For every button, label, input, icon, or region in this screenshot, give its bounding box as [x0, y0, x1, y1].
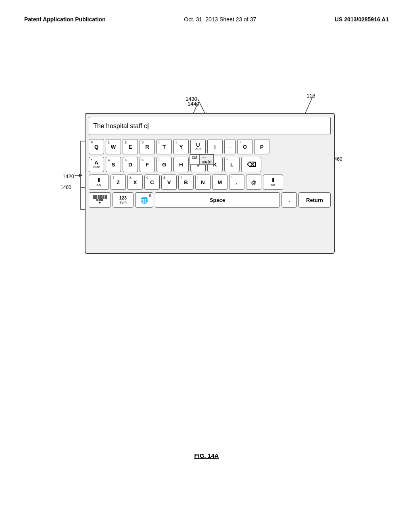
key-at[interactable]: @ — [246, 175, 261, 190]
key-a[interactable]: * A care — [89, 157, 104, 172]
key-q[interactable]: # Q — [89, 139, 104, 154]
key-r[interactable]: 3 R — [140, 139, 155, 154]
key-e[interactable]: 2 E — [123, 139, 138, 154]
label-118: 118 — [307, 93, 315, 99]
key-b[interactable]: ? B — [178, 175, 194, 190]
dropdown-cut[interactable]: cut — [190, 154, 199, 165]
key-shift-right[interactable]: ⬆ aA — [263, 175, 283, 190]
diagram-container: 118 1430 1440 1420 1450 1460 1460 The ho… — [73, 89, 343, 258]
keyboard-row-3: ⬆ aA 7 Z 8 X 9 C $ V — [89, 175, 331, 190]
key-shift-left[interactable]: ⬆ aA — [89, 175, 109, 190]
key-c[interactable]: 9 C — [144, 175, 160, 190]
label-1420: 1420 — [63, 173, 74, 179]
dropdown-could[interactable]: —could — [199, 154, 214, 165]
key-l[interactable]: " L — [224, 157, 240, 172]
header-center: Oct. 31, 2013 Sheet 23 of 37 — [184, 16, 256, 23]
fig-caption: FIG. 14A — [194, 452, 219, 459]
key-comma[interactable]: ' , — [229, 175, 244, 190]
key-backspace[interactable]: ⌫ — [241, 157, 261, 172]
key-f[interactable]: 6 F — [140, 157, 155, 172]
key-grid[interactable]: ▼ — [89, 192, 111, 208]
header-left: Patent Application Publication — [24, 16, 106, 23]
key-minus[interactable]: — — [224, 139, 236, 154]
key-v[interactable]: $ V — [161, 175, 177, 190]
key-u[interactable]: U cut — [190, 139, 206, 154]
key-emoji[interactable]: 🌐 0 — [135, 192, 153, 208]
key-space[interactable]: Space — [155, 192, 280, 208]
key-s[interactable]: 4 S — [106, 157, 121, 172]
key-u-wrapper: U cut cut —could — [190, 139, 206, 154]
page-header: Patent Application Publication Oct. 31, … — [24, 16, 389, 23]
text-input-content: The hospital staff c — [93, 123, 147, 130]
key-y[interactable]: ) Y — [173, 139, 189, 154]
key-x[interactable]: 8 X — [127, 175, 143, 190]
key-n[interactable]: ! N — [195, 175, 211, 190]
label-1460b: 1460 — [60, 185, 71, 190]
keyboard-row-4: ▼ 123 sym 🌐 0 Space . Return — [89, 192, 331, 208]
header-right: US 2013/0285916 A1 — [335, 16, 389, 23]
key-z[interactable]: 7 Z — [111, 175, 126, 190]
label-1440: 1440 — [188, 101, 199, 107]
key-m[interactable]: = M — [212, 175, 227, 190]
fig-label: FIG. 14A — [194, 452, 219, 459]
key-period[interactable]: . — [282, 192, 297, 208]
text-input-field[interactable]: The hospital staff c — [89, 117, 331, 135]
key-t[interactable]: ( T — [156, 139, 172, 154]
key-i[interactable]: I — [207, 139, 223, 154]
keyboard-row-1: # Q 1 W 2 E 3 R ( T — [89, 139, 331, 154]
key-u-dropdown: cut —could — [190, 154, 214, 165]
keyboard-rows: # Q 1 W 2 E 3 R ( T — [89, 139, 331, 208]
key-123sym[interactable]: 123 sym — [113, 192, 133, 208]
key-w[interactable]: 1 W — [106, 139, 121, 154]
key-d[interactable]: 5 D — [123, 157, 138, 172]
key-p[interactable]: P — [254, 139, 269, 154]
keyboard-container: The hospital staff c # Q 1 W 2 E 3 — [85, 113, 335, 254]
key-o[interactable]: + O — [237, 139, 252, 154]
text-cursor — [148, 123, 148, 129]
key-g[interactable]: / G — [156, 157, 172, 172]
key-h[interactable]: : H — [173, 157, 189, 172]
key-return[interactable]: Return — [298, 192, 331, 208]
